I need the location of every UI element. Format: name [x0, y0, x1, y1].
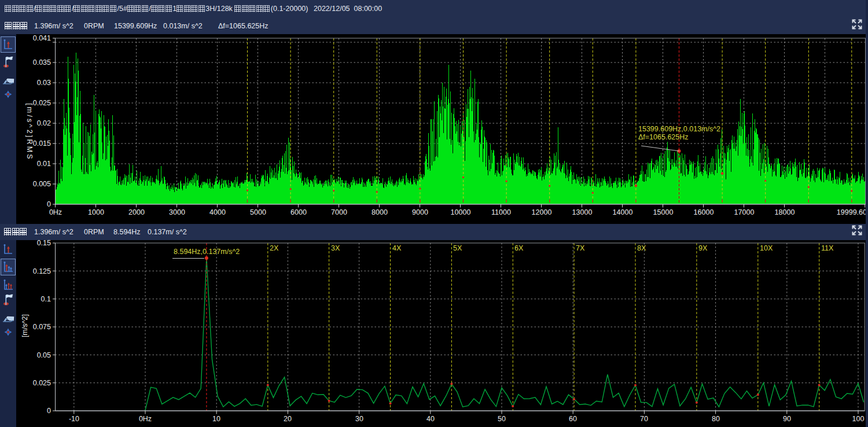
svg-text:3000: 3000: [169, 208, 185, 216]
svg-text:4X: 4X: [392, 244, 402, 252]
svg-text:8000: 8000: [372, 208, 388, 216]
svg-text:0.025: 0.025: [33, 379, 51, 387]
svg-text:60: 60: [569, 415, 577, 423]
svg-text:10000: 10000: [451, 208, 471, 216]
svg-text:15000: 15000: [653, 208, 674, 216]
svg-text:5X: 5X: [453, 244, 462, 252]
svg-text:0.125: 0.125: [33, 267, 51, 275]
svg-text:6000: 6000: [290, 208, 307, 216]
svg-text:11000: 11000: [491, 208, 511, 216]
svg-text:3X: 3X: [331, 244, 340, 252]
svg-text:[m/s^2]RMS: [m/s^2]RMS: [25, 103, 34, 161]
svg-text:17000: 17000: [734, 208, 755, 216]
svg-text:5000: 5000: [250, 208, 266, 216]
svg-text:10: 10: [212, 415, 220, 423]
svg-text:[m/s^2]: [m/s^2]: [21, 314, 29, 337]
svg-text:0.1: 0.1: [41, 295, 51, 303]
svg-text:19999.60: 19999.60: [837, 208, 867, 216]
svg-text:30: 30: [355, 415, 363, 423]
svg-text:0.05: 0.05: [37, 351, 51, 359]
svg-text:90: 90: [783, 415, 791, 423]
svg-text:11X: 11X: [821, 244, 834, 252]
svg-text:0.15: 0.15: [37, 240, 51, 247]
svg-text:0.015: 0.015: [33, 139, 51, 148]
svg-text:0.03: 0.03: [37, 79, 51, 87]
svg-text:15399.609Hz,0.013m/s^2: 15399.609Hz,0.013m/s^2: [638, 125, 720, 133]
svg-text:0.005: 0.005: [33, 180, 51, 188]
svg-text:20: 20: [284, 415, 292, 423]
svg-text:0.02: 0.02: [37, 119, 51, 127]
svg-text:0.075: 0.075: [33, 323, 51, 331]
svg-text:18000: 18000: [775, 208, 795, 216]
svg-text:0.041: 0.041: [33, 34, 51, 42]
svg-text:40: 40: [426, 415, 435, 423]
svg-text:8.594Hz,0.137m/s^2: 8.594Hz,0.137m/s^2: [174, 248, 240, 256]
svg-text:0Hz: 0Hz: [139, 415, 152, 423]
svg-text:8X: 8X: [637, 244, 646, 252]
svg-text:0Hz: 0Hz: [49, 208, 62, 216]
svg-text:1000: 1000: [88, 208, 104, 216]
svg-text:12000: 12000: [532, 208, 552, 216]
svg-text:80: 80: [712, 415, 720, 423]
svg-text:70: 70: [640, 415, 648, 423]
svg-text:0.025: 0.025: [33, 99, 51, 107]
svg-text:50: 50: [498, 415, 506, 423]
svg-text:-10: -10: [69, 415, 79, 423]
svg-text:9X: 9X: [698, 244, 708, 252]
svg-text:0.01: 0.01: [37, 160, 51, 168]
svg-text:Δf=1065.625Hz: Δf=1065.625Hz: [638, 133, 689, 141]
svg-text:6X: 6X: [514, 244, 524, 252]
svg-text:0: 0: [47, 200, 51, 208]
svg-text:16000: 16000: [694, 208, 714, 216]
svg-text:2000: 2000: [128, 208, 145, 216]
svg-text:100: 100: [852, 415, 865, 423]
svg-text:7X: 7X: [576, 244, 585, 252]
svg-text:0.035: 0.035: [33, 58, 51, 67]
svg-text:7000: 7000: [331, 208, 347, 216]
svg-text:9000: 9000: [412, 208, 428, 216]
svg-text:10X: 10X: [760, 244, 773, 252]
svg-text:14000: 14000: [613, 208, 633, 216]
svg-text:2X: 2X: [270, 244, 279, 252]
svg-text:13000: 13000: [572, 208, 593, 216]
svg-text:4000: 4000: [209, 208, 226, 216]
svg-text:0: 0: [47, 407, 51, 415]
